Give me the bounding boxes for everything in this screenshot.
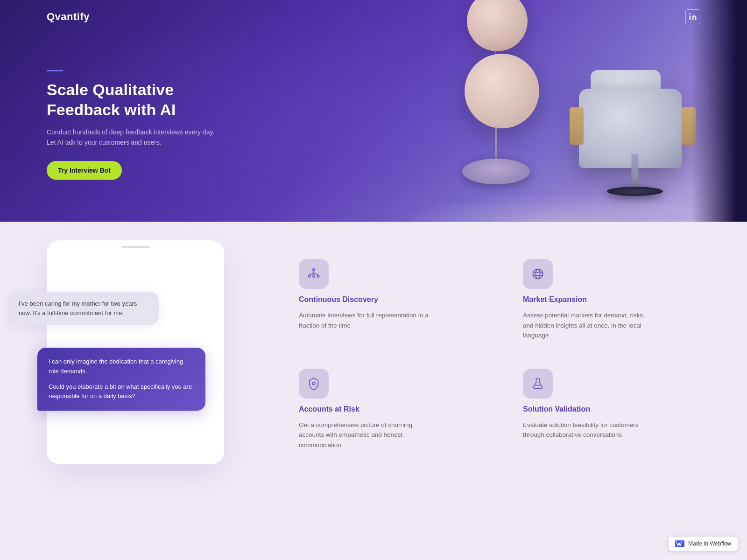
svg-line-6 <box>310 273 314 275</box>
floor-glow <box>397 194 724 222</box>
hero-content: Scale Qualitative Feedback with AI Condu… <box>47 70 243 180</box>
accounts-at-risk-title: Accounts at Risk <box>299 405 486 413</box>
chair-armrest-left <box>570 107 584 145</box>
solution-validation-title: Solution Validation <box>523 405 710 413</box>
user-chat-bubble: I've been caring for my mother for two y… <box>9 292 159 325</box>
continuous-discovery-desc: Automate interviews for full representat… <box>299 310 430 330</box>
linkedin-icon <box>689 13 697 21</box>
market-expansion-desc: Assess potential markets for demand, ris… <box>523 310 654 341</box>
webflow-badge: Made in Webflow <box>669 537 738 551</box>
phone-notch <box>121 246 149 248</box>
accent-line <box>47 70 63 71</box>
market-expansion-title: Market Expansion <box>523 295 710 304</box>
continuous-discovery-title: Continuous Discovery <box>299 295 486 304</box>
market-expansion-icon-wrap <box>523 259 553 289</box>
navbar: Qvantify <box>0 0 747 34</box>
shield-icon <box>307 377 320 390</box>
feature-market-expansion: Market Expansion Assess potential market… <box>523 259 710 341</box>
feature-solution-validation: Solution Validation Evaluate solution fe… <box>523 369 710 450</box>
svg-point-13 <box>312 382 315 385</box>
sphere-mid <box>465 54 539 128</box>
chair-body <box>579 89 682 168</box>
svg-line-8 <box>314 273 318 275</box>
try-interview-bot-button[interactable]: Try Interview Bot <box>47 161 122 180</box>
webflow-logo <box>675 540 684 547</box>
ai-chat-bubble: I can only imagine the dedication that a… <box>37 348 205 411</box>
chat-mockup-area: I've been caring for my mother for two y… <box>0 222 271 560</box>
hero-title: Scale Qualitative Feedback with AI <box>47 80 243 119</box>
hero-section: Qvantify Scale Qualitative Feedback with… <box>0 0 747 222</box>
feature-accounts-at-risk: Accounts at Risk Get a comprehensive pic… <box>299 369 486 450</box>
svg-point-1 <box>313 268 315 271</box>
svg-point-9 <box>533 269 543 279</box>
hero-subtitle: Conduct hundreds of deep feedback interv… <box>47 127 243 148</box>
continuous-discovery-icon-wrap <box>299 259 329 289</box>
webflow-logo-icon <box>676 541 684 546</box>
accounts-at-risk-icon-wrap <box>299 369 329 399</box>
svg-point-2 <box>308 275 310 277</box>
flask-icon <box>531 377 544 390</box>
logo: Qvantify <box>47 11 90 23</box>
svg-point-4 <box>317 275 319 277</box>
webflow-badge-label: Made in Webflow <box>688 540 731 547</box>
lamp-stand <box>495 126 497 163</box>
accounts-at-risk-desc: Get a comprehensive picture of churning … <box>299 420 430 450</box>
chair-post <box>632 154 639 187</box>
svg-point-0 <box>690 14 691 15</box>
features-grid: Continuous Discovery Automate interviews… <box>271 222 747 560</box>
hierarchy-icon <box>307 267 320 280</box>
lamp-base <box>462 159 530 184</box>
chair <box>570 61 700 201</box>
phone-mockup: I've been caring for my mother for two y… <box>47 240 224 464</box>
globe-icon <box>531 267 544 280</box>
svg-point-10 <box>536 269 540 279</box>
linkedin-button[interactable] <box>685 9 700 24</box>
bottom-section: I've been caring for my mother for two y… <box>0 222 747 560</box>
solution-validation-desc: Evaluate solution feasibility for custom… <box>523 420 654 440</box>
solution-validation-icon-wrap <box>523 369 553 399</box>
feature-continuous-discovery: Continuous Discovery Automate interviews… <box>299 259 486 341</box>
svg-point-3 <box>313 275 315 277</box>
